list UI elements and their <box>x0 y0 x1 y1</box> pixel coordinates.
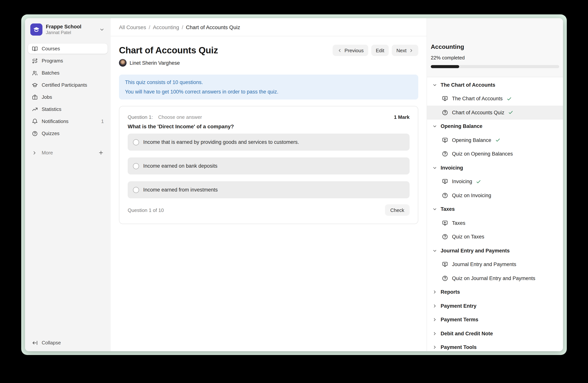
outline-quiz-quiz-on-invoicing[interactable]: Quiz on Invoicing <box>427 189 563 202</box>
chapter-payment-terms[interactable]: Payment Terms <box>427 313 563 326</box>
sidebar-item-label: Programs <box>42 58 104 64</box>
collapse-sidebar-button[interactable]: Collapse <box>28 338 108 348</box>
sidebar-item-programs[interactable]: Programs <box>28 56 108 66</box>
outline-item-label: Quiz on Invoicing <box>452 193 491 198</box>
sidebar-item-more[interactable]: More <box>28 148 108 158</box>
sidebar-item-batches[interactable]: Batches <box>28 68 108 78</box>
sidebar-item-label: Batches <box>42 70 104 76</box>
chevron-right-icon <box>432 331 437 336</box>
sidebar-item-certified-participants[interactable]: Certified Participants <box>28 80 108 90</box>
question-number-label: Question 1: <box>128 114 153 120</box>
edit-button[interactable]: Edit <box>371 45 389 56</box>
previous-button[interactable]: Previous <box>333 45 368 56</box>
sidebar-item-courses[interactable]: Courses <box>28 43 108 54</box>
chevron-right-icon <box>432 345 437 350</box>
chapter-payment-entry[interactable]: Payment Entry <box>427 299 563 313</box>
frappe-school-logo <box>30 23 42 36</box>
outline-quiz-quiz-on-journal-entry-and-payments[interactable]: Quiz on Journal Entry and Payments <box>427 271 563 285</box>
radio-button[interactable] <box>133 187 139 193</box>
quiz-instructions-banner: This quiz consists of 10 questions. You … <box>119 75 418 99</box>
course-progress-header: Accounting 22% completed <box>427 18 563 77</box>
question-instruction: Choose one answer <box>158 114 202 120</box>
workspace-user: Jannat Patel <box>46 30 96 35</box>
outline-lesson-invoicing[interactable]: Invoicing <box>427 175 563 189</box>
chapter-label: Debit and Credit Note <box>441 331 493 336</box>
chapter-label: Payment Terms <box>441 317 478 323</box>
check-icon <box>476 179 481 184</box>
radio-button[interactable] <box>133 163 139 169</box>
app-window: Frappe School Jannat Patel CoursesProgra… <box>21 14 567 355</box>
chapter-payment-tools[interactable]: Payment Tools <box>427 340 563 351</box>
breadcrumb-accounting[interactable]: Accounting <box>153 24 179 30</box>
outline-item-label: The Chart of Accounts <box>452 96 503 102</box>
option-label: Income earned on bank deposits <box>143 163 217 169</box>
quiz-icon <box>442 275 448 282</box>
radio-button[interactable] <box>133 139 139 145</box>
quiz-icon <box>442 234 448 240</box>
next-button[interactable]: Next <box>392 45 418 56</box>
chapter-reports[interactable]: Reports <box>427 285 563 299</box>
course-title: Accounting <box>431 42 559 52</box>
outline-lesson-the-chart-of-accounts[interactable]: The Chart of Accounts <box>427 92 563 106</box>
route-icon <box>32 58 38 64</box>
chapter-label: Invoicing <box>441 165 463 171</box>
trending-up-icon <box>32 106 38 112</box>
quiz-option-3[interactable]: Income earned from investments <box>128 181 410 198</box>
chevron-down-icon <box>432 124 437 129</box>
outline-quiz-chart-of-accounts-quiz[interactable]: Chart of Accounts Quiz <box>427 106 563 119</box>
briefcase-icon <box>32 94 38 100</box>
question-marks: 1 Mark <box>394 114 410 120</box>
chevron-down-icon <box>432 82 437 87</box>
outline-quiz-quiz-on-taxes[interactable]: Quiz on Taxes <box>427 230 563 244</box>
outline-lesson-taxes[interactable]: Taxes <box>427 216 563 230</box>
outline-item-label: Taxes <box>452 220 465 226</box>
check-button[interactable]: Check <box>385 204 410 216</box>
chapter-invoicing[interactable]: Invoicing <box>427 161 563 175</box>
chapter-journal-entry-and-payments[interactable]: Journal Entry and Payments <box>427 244 563 258</box>
course-outline: The Chart of AccountsThe Chart of Accoun… <box>427 77 563 351</box>
outline-lesson-opening-balance[interactable]: Opening Balance <box>427 133 563 147</box>
chapter-label: Journal Entry and Payments <box>441 248 510 254</box>
workspace-title: Frappe School <box>46 24 96 30</box>
chevron-right-icon <box>432 290 437 295</box>
outline-item-label: Quiz on Opening Balances <box>452 151 513 157</box>
graduation-cap-icon <box>32 82 38 88</box>
chevron-down-icon <box>432 207 437 212</box>
sidebar-item-label: Jobs <box>42 94 104 100</box>
breadcrumb-all-courses[interactable]: All Courses <box>119 24 146 30</box>
sidebar-item-notifications[interactable]: Notifications1 <box>28 116 108 126</box>
chevron-left-icon <box>337 48 342 53</box>
quiz-option-2[interactable]: Income earned on bank deposits <box>128 157 410 174</box>
chapter-label: The Chart of Accounts <box>441 82 495 88</box>
chevron-down-icon <box>99 27 106 32</box>
sidebar-item-quizzes[interactable]: Quizzes <box>28 128 108 138</box>
notification-count-badge: 1 <box>101 119 104 124</box>
course-progress-text: 22% completed <box>431 55 559 61</box>
chevron-right-icon <box>409 48 414 53</box>
author-avatar <box>119 59 126 67</box>
chapter-debit-and-credit-note[interactable]: Debit and Credit Note <box>427 326 563 340</box>
answer-options: Income that is earned by providing goods… <box>128 134 410 198</box>
chapter-opening-balance[interactable]: Opening Balance <box>427 119 563 133</box>
lesson-video-icon <box>442 96 448 102</box>
breadcrumb-current: Chart of Accounts Quiz <box>186 24 240 30</box>
plus-icon[interactable] <box>98 150 104 155</box>
lesson-video-icon <box>442 178 448 185</box>
sidebar-item-statistics[interactable]: Statistics <box>28 104 108 114</box>
chapter-the-chart-of-accounts[interactable]: The Chart of Accounts <box>427 78 563 92</box>
author-row: Linet Sherin Varghese <box>119 59 418 67</box>
outline-item-label: Quiz on Journal Entry and Payments <box>452 275 535 281</box>
course-outline-panel: Accounting 22% completed The Chart of Ac… <box>427 18 563 351</box>
chapter-taxes[interactable]: Taxes <box>427 202 563 216</box>
check-icon <box>506 96 512 101</box>
chapter-label: Reports <box>441 289 460 295</box>
sidebar-item-jobs[interactable]: Jobs <box>28 92 108 102</box>
quiz-page: Chart of Accounts Quiz Previous Edit Nex… <box>111 36 427 224</box>
chapter-label: Taxes <box>441 207 455 212</box>
outline-lesson-journal-entry-and-payments[interactable]: Journal Entry and Payments <box>427 258 563 271</box>
workspace-switcher[interactable]: Frappe School Jannat Patel <box>28 18 108 36</box>
outline-quiz-quiz-on-opening-balances[interactable]: Quiz on Opening Balances <box>427 147 563 161</box>
quiz-option-1[interactable]: Income that is earned by providing goods… <box>128 134 410 151</box>
outline-item-label: Quiz on Taxes <box>452 234 484 240</box>
more-label: More <box>42 150 98 155</box>
